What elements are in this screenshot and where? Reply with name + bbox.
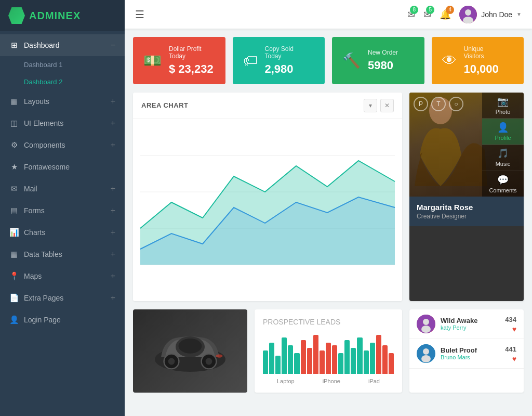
leads-bar xyxy=(307,348,312,374)
stat-card-unique-visitors: 👁 UniqueVisitors 10,000 xyxy=(432,37,524,84)
expand-icon: + xyxy=(111,228,115,237)
sidebar-item-login-page[interactable]: 👤 Login Page xyxy=(0,309,125,331)
mail-button[interactable]: ✉ 5 xyxy=(423,9,431,20)
profile-action-music[interactable]: 🎵 Music xyxy=(482,145,524,171)
leads-bar xyxy=(370,343,375,374)
sidebar-item-dashboard[interactable]: ⊞ Dashboard − xyxy=(0,34,125,56)
page-content: 💵 Dollar ProfitToday $ 23,232 🏷 Copy Sol… xyxy=(125,29,532,416)
profile-info: Margarita Rose Creative Designer xyxy=(409,197,524,226)
ui-elements-icon: ◫ xyxy=(9,119,19,128)
stat-value: $ 23,232 xyxy=(169,62,215,76)
stat-label: Copy SoldToday xyxy=(265,45,315,60)
action-label: Photo xyxy=(496,109,511,115)
user-menu[interactable]: John Doe ▼ xyxy=(459,6,522,23)
messages-badge: 8 xyxy=(410,6,418,14)
sidebar-item-label: Charts xyxy=(24,228,45,237)
logo-highlight: EX xyxy=(66,10,81,21)
label-ipad: iPad xyxy=(368,378,380,384)
bottom-row: PROSPECTIVE LEADS Laptop iPhone iPad xyxy=(133,309,524,393)
stat-label: New Order xyxy=(368,49,414,56)
leads-title-light: LEADS xyxy=(316,318,340,326)
sidebar-item-label: Login Page xyxy=(24,316,61,324)
sidebar-item-dashboard1[interactable]: Dashboard 1 xyxy=(0,56,125,73)
leads-bar xyxy=(288,345,293,374)
leads-bar xyxy=(357,337,362,374)
sidebar-item-label: Components xyxy=(24,141,65,149)
sidebar-item-mail[interactable]: ✉ Mail + xyxy=(0,178,125,200)
leads-bar xyxy=(382,345,388,374)
music-item-1: Wild Awake katy Perry 434 ♥ xyxy=(409,309,524,339)
vehicle-svg xyxy=(149,322,232,380)
sidebar-item-maps[interactable]: 📍 Maps + xyxy=(0,265,125,287)
maps-icon: 📍 xyxy=(9,271,19,281)
sidebar-item-ui-elements[interactable]: ◫ UI Elements + xyxy=(0,112,125,134)
svg-point-14 xyxy=(206,358,212,365)
collapse-icon: − xyxy=(111,41,115,50)
leads-bar xyxy=(269,343,274,374)
sidebar-item-charts[interactable]: 📊 Charts + xyxy=(0,222,125,243)
mail-badge: 5 xyxy=(426,6,434,14)
sidebar-item-fontawesome[interactable]: ★ Fontawesome xyxy=(0,156,125,178)
circle-icon[interactable]: ○ xyxy=(449,97,463,111)
sidebar-item-label: UI Elements xyxy=(24,119,63,127)
leads-bar xyxy=(301,340,306,374)
user-name: John Doe xyxy=(481,10,512,19)
sidebar-item-layouts[interactable]: ▦ Layouts + xyxy=(0,90,125,112)
profile-action-comments[interactable]: 💬 Comments xyxy=(482,171,524,197)
profile-actions-overlay: 📷 Photo 👤 Profile 🎵 Music 💬 xyxy=(482,93,524,197)
avatar xyxy=(459,6,477,23)
profile-panel: P T ○ 📷 Photo 👤 Profile xyxy=(409,93,524,301)
profile-action-photo[interactable]: 📷 Photo xyxy=(482,93,524,119)
leads-bar xyxy=(313,335,318,374)
leads-chart xyxy=(263,332,394,374)
panel-collapse-button[interactable]: ▾ xyxy=(364,99,377,112)
user-caret-icon: ▼ xyxy=(516,11,522,17)
sidebar-item-forms[interactable]: ▤ Forms + xyxy=(0,200,125,222)
vehicle-placeholder xyxy=(133,309,247,393)
tag-icon: 🏷 xyxy=(243,52,258,69)
topbar: ☰ ✉ 8 ✉ 5 🔔 4 xyxy=(125,0,532,29)
svg-point-20 xyxy=(423,348,429,355)
camera-icon: 📷 xyxy=(497,96,509,107)
heart-icon: ♥ xyxy=(505,355,516,363)
profile-name: Margarita Rose xyxy=(417,203,516,212)
sidebar-item-extra-pages[interactable]: 📄 Extra Pages + xyxy=(0,287,125,309)
leads-bar xyxy=(364,350,369,374)
sidebar-item-dashboard2[interactable]: Dashboard 2 xyxy=(0,73,125,90)
label-iphone: iPhone xyxy=(323,378,340,384)
music-info-2: Bulet Proof Bruno Mars xyxy=(441,346,500,360)
main-content: ☰ ✉ 8 ✉ 5 🔔 4 xyxy=(125,0,532,416)
leads-bar xyxy=(351,348,356,374)
action-label: Music xyxy=(496,161,511,167)
leads-bar xyxy=(338,353,343,374)
panel-close-button[interactable]: ✕ xyxy=(380,99,394,112)
stat-card-dollar-profit: 💵 Dollar ProfitToday $ 23,232 xyxy=(133,37,225,84)
profile-role: Creative Designer xyxy=(417,213,516,220)
action-label: Comments xyxy=(489,187,516,193)
leads-panel: PROSPECTIVE LEADS Laptop iPhone iPad xyxy=(255,309,402,393)
action-label: Profile xyxy=(495,135,511,141)
stat-value: 5980 xyxy=(368,59,414,72)
music-info-1: Wild Awake katy Perry xyxy=(441,317,500,331)
user-icon: 👤 xyxy=(497,122,509,133)
expand-icon: + xyxy=(111,250,115,259)
svg-point-21 xyxy=(421,355,431,362)
pinterest-icon[interactable]: P xyxy=(414,97,428,111)
chart-body xyxy=(133,119,402,301)
hamburger-button[interactable]: ☰ xyxy=(135,8,144,21)
dashboard-icon: ⊞ xyxy=(9,41,19,50)
music-artist: Bruno Mars xyxy=(441,354,500,360)
svg-point-17 xyxy=(423,319,429,325)
leads-bar xyxy=(282,337,287,374)
sidebar-item-label: Fontawesome xyxy=(24,163,70,171)
leads-bar xyxy=(344,340,350,374)
messages-button[interactable]: ✉ 8 xyxy=(407,9,415,20)
profile-action-profile[interactable]: 👤 Profile xyxy=(482,119,524,145)
twitter-icon[interactable]: T xyxy=(431,97,446,111)
sidebar-item-data-tables[interactable]: ▦ Data Tables + xyxy=(0,243,125,265)
leads-bar xyxy=(389,353,394,374)
vehicle-image xyxy=(133,309,247,393)
notifications-button[interactable]: 🔔 4 xyxy=(440,9,451,20)
sidebar-item-label: Layouts xyxy=(24,97,49,106)
sidebar-item-components[interactable]: ⚙ Components + xyxy=(0,134,125,156)
